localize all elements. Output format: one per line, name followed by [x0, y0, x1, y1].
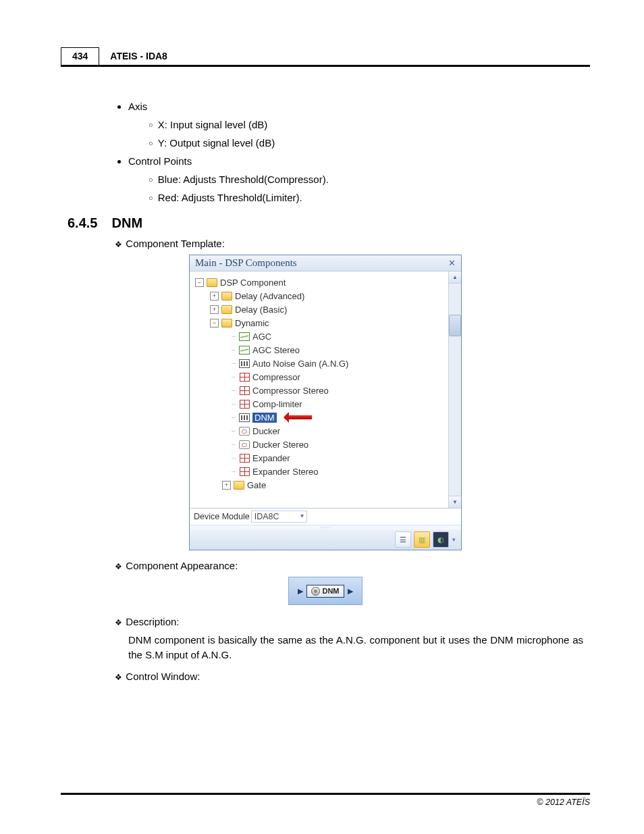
wave-icon — [239, 346, 250, 355]
tree-node-delay-adv[interactable]: + Delay (Advanced) — [195, 289, 446, 303]
axis-list: Axis X: Input signal level (dB) Y: Outpu… — [128, 101, 583, 203]
expand-icon[interactable]: + — [210, 305, 219, 314]
tree-node-root[interactable]: − DSP Component — [195, 276, 446, 289]
panel-title-text: Main - DSP Components — [195, 257, 297, 269]
tree-label: Comp-limiter — [252, 399, 302, 409]
scrollbar[interactable]: ▲ ▼ — [448, 271, 461, 508]
tree-node-agc[interactable]: ┄ AGC — [195, 330, 446, 343]
tree-label: Auto Noise Gain (A.N.G) — [252, 359, 348, 369]
tree-node-ducker[interactable]: ┄ Ducker — [195, 424, 446, 438]
tree-label: Expander Stereo — [252, 467, 319, 477]
tree-node-dnm[interactable]: ┄ DNM — [195, 411, 446, 424]
device-module-label: Device Module — [194, 512, 250, 521]
tree-label: Dynamic — [235, 318, 269, 328]
label-description: Description: — [115, 616, 583, 627]
section-heading: 6.4.5 DNM — [68, 215, 583, 231]
toolbar-preview-icon[interactable]: ◐ — [433, 531, 449, 548]
tree-label: Compressor Stereo — [252, 386, 329, 396]
tree-label: Delay (Basic) — [235, 305, 287, 315]
folder-icon — [221, 305, 232, 314]
scroll-thumb[interactable] — [449, 315, 461, 336]
tree-label: Gate — [247, 480, 266, 490]
tree-label: AGC Stereo — [252, 345, 300, 355]
bars-icon — [239, 359, 250, 368]
bullet-axis-x: X: Input signal level (dB) — [149, 119, 583, 130]
tree-label-selected: DNM — [252, 413, 277, 423]
folder-icon — [234, 481, 244, 490]
bullet-cp-blue: Blue: Adjusts Threshold(Compressor). — [149, 174, 583, 185]
bullet-axis-y: Y: Output signal level (dB) — [149, 137, 583, 149]
wave-icon — [239, 332, 250, 341]
tree-node-expander[interactable]: ┄ Expander — [195, 451, 446, 465]
expand-icon[interactable]: + — [222, 481, 231, 490]
tree-label: AGC — [252, 332, 271, 342]
folder-icon — [221, 319, 232, 328]
grid-icon — [240, 400, 250, 409]
tree-label: DSP Component — [220, 278, 286, 288]
ducker-icon — [239, 440, 250, 449]
tree-node-expander-stereo[interactable]: ┄ Expander Stereo — [195, 465, 446, 478]
tree-label: Ducker — [252, 426, 280, 436]
page-number: 434 — [61, 47, 99, 65]
dnm-badge-label: DNM — [322, 587, 339, 595]
toolbar-dropdown-icon[interactable]: ▾ — [452, 536, 456, 543]
grid-icon — [240, 467, 250, 476]
component-tree[interactable]: − DSP Component + Delay (Advanced) + — [190, 271, 448, 508]
scroll-down-icon[interactable]: ▼ — [449, 496, 461, 508]
splitter-grip-icon[interactable] — [190, 525, 461, 529]
label-component-appearance: Component Appearance: — [115, 560, 583, 571]
device-module-row: Device Module IDA8C — [190, 509, 461, 525]
disc-icon — [311, 587, 320, 596]
section-title: DNM — [112, 215, 143, 230]
tree-node-dynamic[interactable]: − Dynamic — [195, 316, 446, 330]
bullet-axis: Axis X: Input signal level (dB) Y: Outpu… — [128, 101, 583, 149]
tree-node-compressor[interactable]: ┄ Compressor — [195, 370, 446, 384]
triangle-right-icon: ▶ — [348, 587, 353, 596]
toolbar-columns-icon[interactable]: ▥ — [414, 531, 430, 548]
grid-icon — [240, 454, 250, 463]
tree-label: Ducker Stereo — [252, 440, 308, 450]
callout-arrow-icon — [285, 415, 312, 419]
tree-node-gate[interactable]: + Gate — [195, 478, 446, 492]
tree-node-ducker-stereo[interactable]: ┄ Ducker Stereo — [195, 438, 446, 451]
dsp-components-panel: Main - DSP Components ✕ − DSP Component … — [189, 255, 462, 550]
bullet-axis-label: Axis — [128, 101, 147, 112]
bullet-control-points: Control Points Blue: Adjusts Threshold(C… — [128, 155, 583, 203]
toolbar-list-icon[interactable]: ☰ — [395, 531, 411, 548]
close-icon[interactable]: ✕ — [448, 258, 456, 269]
tree-node-comp-limiter[interactable]: ┄ Comp-limiter — [195, 397, 446, 411]
bars-icon — [239, 413, 250, 422]
footer-copyright: © 2012 ATEÏS — [61, 795, 590, 807]
folder-icon — [207, 278, 217, 287]
collapse-icon[interactable]: − — [195, 278, 204, 287]
tree-label: Compressor — [252, 372, 300, 382]
doc-title: ATEIS - IDA8 — [99, 47, 178, 65]
expand-icon[interactable]: + — [210, 292, 219, 301]
scroll-up-icon[interactable]: ▲ — [449, 271, 461, 284]
tree-label: Expander — [252, 453, 290, 463]
panel-toolbar: ☰ ▥ ◐ ▾ — [190, 529, 461, 550]
label-component-template: Component Template: — [115, 238, 583, 249]
tree-node-compressor-stereo[interactable]: ┄ Compressor Stereo — [195, 384, 446, 397]
panel-titlebar: Main - DSP Components ✕ — [190, 255, 461, 271]
tree-label: Delay (Advanced) — [235, 291, 304, 301]
bullet-cp-label: Control Points — [128, 155, 192, 167]
grid-icon — [240, 373, 250, 382]
bullet-cp-red: Red: Adjusts Threshold(Limiter). — [149, 192, 583, 203]
folder-icon — [221, 292, 232, 301]
page-header: 434 ATEIS - IDA8 — [61, 47, 590, 67]
dnm-badge: DNM — [306, 585, 344, 598]
description-text: DNM component is basically the same as t… — [128, 633, 583, 662]
device-module-combo[interactable]: IDA8C — [251, 511, 307, 523]
ducker-icon — [239, 427, 250, 436]
tree-node-delay-basic[interactable]: + Delay (Basic) — [195, 303, 446, 316]
grid-icon — [240, 386, 250, 395]
tree-node-agc-stereo[interactable]: ┄ AGC Stereo — [195, 343, 446, 357]
label-control-window: Control Window: — [115, 671, 583, 682]
component-appearance-block: ▶ DNM ▶ — [288, 577, 363, 605]
triangle-left-icon: ▶ — [298, 587, 303, 596]
tree-node-ang[interactable]: ┄ Auto Noise Gain (A.N.G) — [195, 357, 446, 370]
section-number: 6.4.5 — [68, 215, 108, 231]
collapse-icon[interactable]: − — [210, 319, 219, 328]
